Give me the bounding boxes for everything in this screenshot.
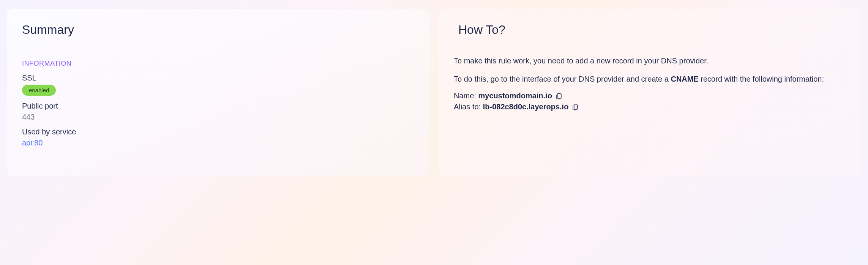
- howto-card: How To? To make this rule work, you need…: [439, 9, 861, 176]
- used-by-service-link[interactable]: api:80: [22, 139, 414, 147]
- svg-rect-1: [574, 105, 578, 109]
- howto-record-type: CNAME: [671, 75, 698, 83]
- ssl-status-badge: enabled: [22, 85, 56, 96]
- information-header: INFORMATION: [22, 60, 414, 68]
- howto-intro: To make this rule work, you need to add …: [454, 55, 846, 66]
- record-name-label: Name:: [454, 91, 478, 100]
- record-name-value: mycustomdomain.io: [478, 91, 552, 100]
- howto-instruction: To do this, go to the interface of your …: [454, 73, 846, 85]
- record-alias-value: lb-082c8d0c.layerops.io: [483, 103, 569, 111]
- summary-title: Summary: [22, 23, 414, 37]
- howto-instruction-suffix: record with the following information:: [699, 75, 824, 83]
- howto-instruction-prefix: To do this, go to the interface of your …: [454, 75, 671, 83]
- used-by-label: Used by service: [22, 128, 414, 136]
- summary-card: Summary INFORMATION SSL enabled Public p…: [7, 9, 429, 176]
- record-alias-label: Alias to:: [454, 103, 483, 111]
- public-port-value: 443: [22, 113, 414, 121]
- copy-icon[interactable]: [555, 92, 563, 100]
- record-name-line: Name: mycustomdomain.io: [454, 91, 846, 100]
- record-alias-line: Alias to: lb-082c8d0c.layerops.io: [454, 103, 846, 111]
- svg-rect-0: [558, 94, 561, 98]
- howto-title: How To?: [458, 23, 846, 37]
- copy-icon[interactable]: [571, 103, 579, 111]
- public-port-label: Public port: [22, 102, 414, 110]
- ssl-label: SSL: [22, 74, 414, 82]
